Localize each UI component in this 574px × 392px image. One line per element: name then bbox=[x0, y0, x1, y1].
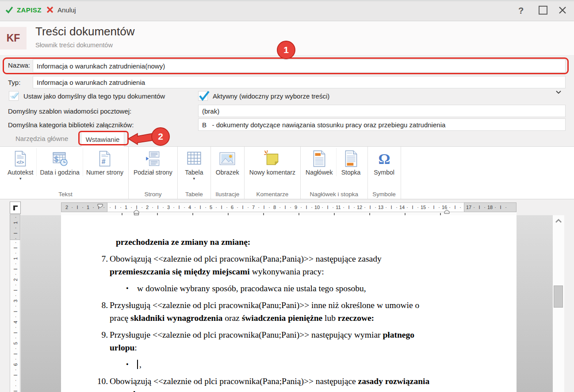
ribbon-group-strony: Podział stronyStrony bbox=[129, 147, 178, 199]
document-content: przechodzenia ze zmiany na zmianę:7.Obow… bbox=[61, 215, 517, 392]
svg-text:#: # bbox=[102, 158, 106, 165]
ribbon-group-label: Strony bbox=[130, 190, 176, 199]
bold-text-segment: stosunku pracy: bbox=[110, 389, 169, 392]
omega-icon: Ω bbox=[375, 149, 394, 168]
table-icon bbox=[185, 149, 203, 168]
close-button[interactable] bbox=[558, 6, 567, 15]
cancel-button[interactable]: Anuluj bbox=[46, 6, 76, 14]
ribbon-button-autotext[interactable]: </>Autotekst▾ bbox=[4, 148, 36, 180]
scroll-up-icon[interactable] bbox=[555, 217, 562, 225]
paragraph: przechodzenia ze zmiany na zmianę: bbox=[61, 236, 517, 248]
mail-template-value: (brak) bbox=[202, 107, 562, 115]
picture-icon bbox=[218, 149, 237, 168]
ribbon-group-label: Ilustracje bbox=[213, 190, 242, 199]
cancel-button-label: Anuluj bbox=[57, 6, 76, 14]
app-window: ZAPISZ Anuluj ? KF Treści dokumentów Sło… bbox=[0, 0, 574, 392]
default-checkbox-label: Ustaw jako domyślny dla tego typu dokume… bbox=[23, 92, 165, 100]
ribbon-button-picture[interactable]: Obrazek bbox=[213, 148, 242, 176]
properties-form: Nazwa: Informacja o warunkach zatrudnien… bbox=[0, 56, 574, 131]
text-segment: Przysługuje <<zaleznie od plci pracownik… bbox=[110, 330, 383, 339]
ribbon-group-tekst: </>Autotekst▾$Data i godzina#Numer stron… bbox=[3, 147, 129, 199]
module-logo: KF bbox=[0, 27, 27, 49]
text-segment: lub bbox=[322, 313, 338, 323]
new-comment-icon bbox=[263, 149, 282, 168]
check-icon bbox=[198, 90, 210, 102]
tab-stop-selector[interactable] bbox=[10, 202, 21, 214]
type-select[interactable]: Informacja o warunkach zatrudnienia bbox=[33, 76, 566, 88]
right-indent-marker[interactable] bbox=[444, 208, 450, 216]
tab-narzedzia-glowne[interactable]: Narzędzia główne bbox=[15, 135, 68, 142]
bullet-list-item: •, bbox=[61, 358, 517, 371]
bold-text-segment: przemieszczania się między miejscami bbox=[110, 267, 250, 276]
ribbon-button-pagebreak[interactable]: Podział strony bbox=[130, 148, 176, 176]
ribbon-button-header[interactable]: Nagłówek bbox=[302, 148, 336, 176]
mail-template-select[interactable]: (brak) bbox=[198, 105, 566, 117]
page-title: Treści dokumentów bbox=[35, 25, 134, 38]
bold-text-segment: płatnego bbox=[383, 330, 414, 339]
footer-icon bbox=[342, 149, 360, 168]
annotation-step-1-badge: 1 bbox=[277, 41, 295, 59]
bold-text-segment: składniki wynagrodzenia bbox=[130, 313, 222, 323]
header-icon bbox=[310, 149, 329, 168]
double-check-icon bbox=[9, 90, 20, 102]
ribbon-button-new-comment[interactable]: Nowy komentarz bbox=[246, 148, 298, 176]
active-checkbox-label: Aktywny (widoczny przy wyborze treści) bbox=[213, 92, 329, 100]
ribbon-button-datetime[interactable]: $Data i godzina bbox=[36, 148, 83, 176]
list-number: 9. bbox=[95, 328, 108, 341]
tab-wstawianie[interactable]: Wstawianie bbox=[81, 132, 124, 147]
ribbon-button-omega[interactable]: ΩSymbol bbox=[370, 148, 399, 176]
save-button[interactable]: ZAPISZ bbox=[5, 6, 42, 14]
ribbon-button-label: Nagłówek bbox=[306, 169, 333, 176]
document-line: 7.Obowiązują <<zaleznie od plci pracowni… bbox=[110, 252, 517, 265]
ribbon-button-pagenumber[interactable]: #Numer strony bbox=[83, 148, 126, 176]
document-editor: 2·I·1·I··I·1·I·2·I·3·I·4·I·5·I·6·I·7·I·8… bbox=[0, 199, 574, 392]
attachment-category-label: Domyślna kategoria biblioteki załącznikó… bbox=[8, 121, 134, 129]
ribbon-button-label: Tabela bbox=[185, 169, 203, 176]
svg-text:Ω: Ω bbox=[378, 151, 390, 167]
text-cursor bbox=[137, 360, 138, 369]
text-segment: pracę bbox=[110, 313, 130, 323]
ribbon-group-symbole: ΩSymbolSymbole bbox=[368, 147, 401, 199]
first-line-indent-marker[interactable] bbox=[97, 202, 103, 210]
ruler-segment: ·1·I· bbox=[10, 214, 20, 240]
text-segment: : bbox=[134, 343, 137, 352]
save-button-label: ZAPISZ bbox=[17, 6, 42, 14]
x-icon bbox=[46, 6, 54, 14]
attachment-category-select[interactable]: B - dokumenty dotyczące nawiązania stosu… bbox=[198, 118, 566, 131]
ribbon-button-footer[interactable]: Stopka bbox=[336, 148, 366, 176]
vertical-scrollbar[interactable] bbox=[553, 215, 564, 392]
document-line: •, bbox=[137, 358, 517, 371]
ribbon-group-label: Nagłówek i stopka bbox=[302, 190, 365, 199]
dropdown-caret-icon: ▾ bbox=[19, 177, 22, 180]
bold-text-segment: rzeczowe: bbox=[338, 313, 374, 323]
ribbon-group-tabele: Tabela▾Tabele bbox=[178, 147, 211, 199]
svg-text:$: $ bbox=[54, 155, 59, 164]
horizontal-ruler: 2·I·1·I··I·1·I·2·I·3·I·4·I·5·I·6·I·7·I·8… bbox=[61, 202, 517, 212]
help-button[interactable]: ? bbox=[518, 6, 524, 16]
ruler-segment: ·I·1·I·2·I·3·I·4·I·5·I·6·I··I bbox=[10, 240, 20, 392]
ribbon-button-label: Obrazek bbox=[216, 169, 239, 176]
chevron-down-icon bbox=[541, 80, 561, 103]
ribbon-button-label: Podział strony bbox=[134, 169, 172, 176]
scrollbar-thumb[interactable] bbox=[554, 285, 563, 308]
editor-right-margin bbox=[564, 215, 574, 392]
document-line: 10.Obowiązują <<zaleznie od plci pracown… bbox=[110, 375, 517, 388]
active-checkbox[interactable] bbox=[198, 91, 208, 101]
document-page[interactable]: przechodzenia ze zmiany na zmianę:7.Obow… bbox=[61, 215, 517, 392]
checkmark-icon bbox=[5, 6, 13, 14]
ribbon-group-nagłówek-i-stopka: NagłówekStopkaNagłówek i stopka bbox=[301, 147, 367, 199]
pagenumber-icon: # bbox=[96, 149, 114, 168]
text-segment: oraz bbox=[222, 313, 241, 323]
text-segment: Przysługują <<zaleznie od plci pracownik… bbox=[110, 301, 419, 310]
ribbon-button-table[interactable]: Tabela▾ bbox=[180, 148, 209, 180]
bullet-list-item: •w dowolnie wybrany sposób, pracodawca n… bbox=[61, 282, 517, 295]
ribbon-button-label: Autotekst bbox=[8, 169, 33, 176]
document-line: przechodzenia ze zmiany na zmianę: bbox=[116, 236, 517, 248]
hanging-indent-marker[interactable] bbox=[134, 208, 139, 216]
page-subtitle: Słownik treści dokumentów bbox=[35, 42, 113, 49]
numbered-list-item: 8.Przysługują <<zaleznie od plci pracown… bbox=[61, 299, 517, 324]
default-checkbox[interactable] bbox=[9, 91, 19, 101]
name-input[interactable]: Informacja o warunkach zatrudnienia(nowy… bbox=[33, 59, 566, 72]
maximize-button[interactable] bbox=[539, 6, 547, 15]
bold-text-segment: urlopu bbox=[110, 343, 134, 352]
